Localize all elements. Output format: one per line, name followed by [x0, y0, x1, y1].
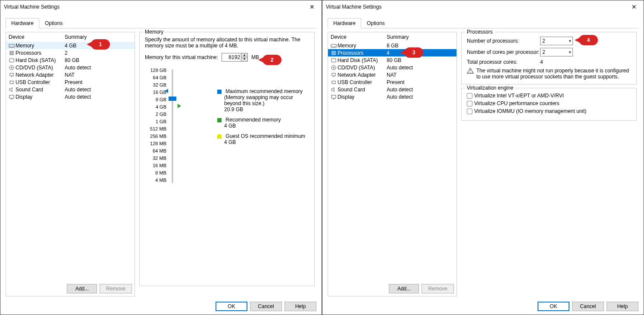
spinner-down-icon[interactable]: ▼ [241, 57, 247, 61]
col-device: Device [9, 34, 65, 40]
device-list-panel: Device Summary Memory8 GBProcessors4Hard… [328, 32, 457, 296]
svg-rect-16 [331, 44, 336, 47]
svg-point-9 [11, 67, 13, 68]
device-summary: Present [65, 79, 132, 85]
svg-rect-6 [11, 52, 13, 54]
cancel-button[interactable]: Cancel [250, 302, 282, 311]
chk-iommu[interactable]: Virtualize IOMMU (IO memory management u… [467, 108, 632, 114]
display-icon [331, 94, 338, 100]
virt-engine-group: Virtualization engine Virtualize Intel V… [461, 88, 637, 121]
add-button[interactable]: Add... [67, 284, 97, 293]
device-name: USB Controller [338, 79, 372, 85]
col-device: Device [331, 34, 387, 40]
net-icon [9, 72, 16, 78]
device-summary: Auto detect [387, 65, 454, 71]
svg-marker-29 [331, 87, 334, 92]
device-summary: 80 GB [387, 57, 454, 63]
memory-description: Specify the amount of memory allocated t… [145, 37, 310, 49]
chevron-down-icon[interactable]: ▾ [566, 50, 572, 54]
device-row-cpu[interactable]: Processors2 [6, 49, 134, 56]
chk-iommu-box[interactable] [467, 109, 472, 114]
cpu-icon [9, 50, 16, 56]
cancel-button[interactable]: Cancel [572, 302, 604, 311]
device-row-disk[interactable]: Hard Disk (SATA)80 GB [6, 56, 134, 64]
slider-tick-label: 4 MB [145, 178, 166, 185]
device-summary: NAT [65, 72, 132, 78]
device-name: Sound Card [338, 87, 365, 93]
device-row-memory[interactable]: Memory8 GB [328, 42, 456, 49]
svg-rect-28 [332, 81, 335, 84]
device-summary: 8 GB [387, 43, 454, 49]
processors-group: Processors Number of processors: 2 ▾ Num… [461, 32, 637, 84]
help-button[interactable]: Help [284, 302, 316, 311]
window-title: Virtual Machine Settings [4, 4, 59, 10]
titlebar: Virtual Machine Settings ✕ [0, 0, 322, 13]
device-row-display[interactable]: DisplayAuto detect [6, 93, 134, 100]
device-row-cd[interactable]: CD/DVD (SATA)Auto detect [328, 64, 456, 71]
close-icon[interactable]: ✕ [307, 3, 317, 11]
device-summary: Auto detect [65, 94, 132, 100]
chk-perf[interactable]: Virtualize CPU performance counters [467, 100, 632, 106]
slider-tick-label: 64 GB [145, 75, 166, 82]
device-row-net[interactable]: Network AdapterNAT [6, 71, 134, 78]
svg-rect-5 [10, 51, 13, 55]
chk-vtx[interactable]: Virtualize Intel VT-x/EPT or AMD-V/RVI [467, 93, 632, 99]
cd-icon [331, 65, 338, 71]
add-button[interactable]: Add... [389, 284, 419, 293]
device-row-disk[interactable]: Hard Disk (SATA)80 GB [328, 56, 456, 64]
memory-input[interactable] [222, 53, 241, 61]
slider-tick-label: 1 GB [145, 119, 166, 126]
ok-button[interactable]: OK [216, 302, 247, 311]
device-summary: Present [387, 79, 454, 85]
num-cores-combo[interactable]: 2 ▾ [540, 48, 573, 56]
max-recommended-label: Maximum recommended memory [225, 88, 303, 94]
chk-vtx-box[interactable] [467, 93, 472, 99]
close-icon[interactable]: ✕ [629, 3, 639, 11]
tab-hardware[interactable]: Hardware [328, 18, 361, 28]
slider-tick-label: 8 MB [145, 170, 166, 178]
device-name: Processors [16, 50, 41, 56]
svg-rect-21 [332, 51, 335, 55]
tab-options[interactable]: Options [39, 18, 68, 28]
tab-hardware[interactable]: Hardware [6, 18, 39, 28]
tab-options[interactable]: Options [361, 18, 390, 28]
memory-icon [331, 43, 338, 49]
ok-button[interactable]: OK [538, 302, 569, 311]
device-name: CD/DVD (SATA) [338, 65, 375, 71]
col-summary: Summary [387, 34, 454, 40]
total-cores-label: Total processor cores: [467, 59, 540, 65]
device-row-sound[interactable]: Sound CardAuto detect [6, 86, 134, 93]
device-row-usb[interactable]: USB ControllerPresent [328, 78, 456, 86]
spinner-up-icon[interactable]: ▲ [241, 53, 247, 57]
cd-icon [9, 65, 16, 71]
device-row-usb[interactable]: USB ControllerPresent [6, 78, 134, 86]
slider-tick-label: 128 GB [145, 68, 166, 75]
device-summary: Auto detect [65, 65, 132, 71]
memory-legend: Memory [143, 29, 165, 35]
device-row-display[interactable]: DisplayAuto detect [328, 93, 456, 100]
max-color-icon [217, 90, 222, 94]
max-value: 20.9 GB [217, 106, 310, 112]
device-row-net[interactable]: Network AdapterNAT [328, 71, 456, 78]
device-summary: 80 GB [65, 57, 132, 63]
recommended-value: 4 GB [217, 123, 310, 129]
sound-icon [9, 87, 16, 93]
device-row-sound[interactable]: Sound CardAuto detect [328, 86, 456, 93]
device-row-memory[interactable]: Memory4 GB [6, 42, 134, 49]
device-name: Display [338, 94, 354, 100]
chevron-down-icon[interactable]: ▾ [566, 39, 572, 43]
vm-settings-window-left: Virtual Machine Settings ✕ Hardware Opti… [0, 0, 322, 315]
memory-slider[interactable] [169, 68, 176, 185]
svg-rect-10 [10, 73, 13, 76]
memory-spinner[interactable]: ▲ ▼ [222, 53, 248, 62]
slider-thumb[interactable] [169, 97, 176, 101]
num-processors-combo[interactable]: 2 ▾ [540, 37, 573, 45]
max-note: (Memory swapping may occur beyond this s… [217, 94, 310, 106]
chk-perf-box[interactable] [467, 101, 472, 106]
rec-color-icon [217, 118, 222, 122]
device-row-cd[interactable]: CD/DVD (SATA)Auto detect [6, 64, 134, 71]
device-row-cpu[interactable]: Processors4 [328, 49, 456, 56]
titlebar: Virtual Machine Settings ✕ [322, 0, 644, 13]
help-button[interactable]: Help [606, 302, 638, 311]
svg-rect-30 [331, 95, 336, 98]
